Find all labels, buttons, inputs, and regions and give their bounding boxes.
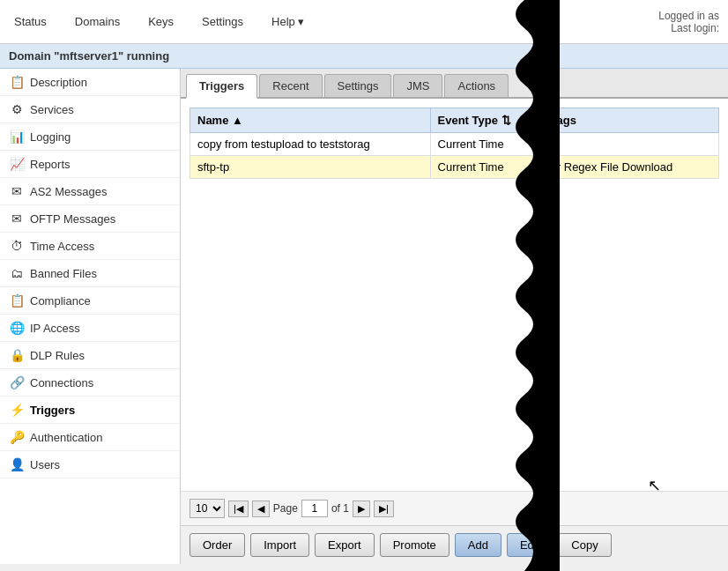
description-icon: 📋 — [9, 75, 25, 89]
nav-settings[interactable]: Settings — [197, 11, 249, 32]
sidebar-label-logging: Logging — [30, 130, 71, 144]
row2-event-type: Current Time — [430, 156, 543, 179]
sidebar-label-compliance: Compliance — [30, 294, 91, 308]
pagination-bar: 10 25 50 |◀ ◀ Page of 1 ▶ ▶| — [181, 491, 728, 525]
sidebar-item-authentication[interactable]: 🔑 Authentication — [0, 424, 180, 451]
services-icon: ⚙ — [9, 102, 25, 116]
domain-bar-text: Domain "mftserver1" running — [9, 49, 169, 63]
row2-name: sftp-tp — [190, 156, 431, 179]
sidebar-item-users[interactable]: 👤 Users — [0, 451, 180, 478]
row1-name: copy from testupload to teststorag — [190, 133, 431, 156]
users-icon: 👤 — [9, 457, 25, 471]
promote-button[interactable]: Promote — [380, 533, 449, 557]
ip-access-icon: 🌐 — [9, 321, 25, 335]
sidebar-item-triggers[interactable]: ⚡ Triggers — [0, 397, 180, 424]
dlp-icon: 🔒 — [9, 348, 25, 362]
sidebar-item-ip-access[interactable]: 🌐 IP Access — [0, 315, 180, 342]
sidebar-label-connections: Connections — [30, 376, 93, 389]
add-button[interactable]: Add — [455, 533, 501, 557]
per-page-select[interactable]: 10 25 50 — [189, 499, 225, 518]
import-button[interactable]: Import — [250, 533, 309, 557]
logged-in-label: Logged in as — [658, 10, 719, 22]
domain-bar: Domain "mftserver1" running — [0, 44, 728, 69]
sidebar-label-services: Services — [30, 103, 74, 116]
tab-triggers[interactable]: Triggers — [186, 74, 257, 99]
row2-tags: er Regex File Download — [543, 156, 718, 179]
sidebar-item-reports[interactable]: 📈 Reports — [0, 151, 180, 178]
first-page-button[interactable]: |◀ — [228, 501, 249, 517]
nav-keys[interactable]: Keys — [143, 11, 179, 32]
tab-jms[interactable]: JMS — [393, 74, 442, 97]
compliance-icon: 📋 — [9, 293, 25, 308]
sidebar-label-authentication: Authentication — [30, 431, 102, 444]
export-button[interactable]: Export — [315, 533, 375, 557]
sidebar-label-ip-access: IP Access — [30, 322, 80, 335]
authentication-icon: 🔑 — [9, 430, 25, 444]
page-input[interactable] — [301, 500, 328, 517]
edit-button[interactable]: Edit — [507, 533, 553, 557]
col-header-name[interactable]: Name ▲ — [190, 108, 431, 133]
sidebar-item-banned-files[interactable]: 🗂 Banned Files — [0, 260, 180, 287]
sidebar-item-description[interactable]: 📋 Description — [0, 69, 180, 96]
tab-settings[interactable]: Settings — [324, 74, 392, 97]
table-area: Name ▲ Event Type ⇅ Tags copy from testu… — [181, 99, 728, 491]
sidebar-label-description: Description — [30, 76, 87, 89]
sidebar-item-services[interactable]: ⚙ Services — [0, 96, 180, 123]
oftp-icon: ✉ — [9, 211, 25, 226]
col-header-tags[interactable]: Tags — [543, 108, 718, 133]
login-info: Logged in as Last login: — [658, 10, 719, 34]
triggers-table: Name ▲ Event Type ⇅ Tags copy from testu… — [189, 108, 719, 179]
sidebar-item-connections[interactable]: 🔗 Connections — [0, 369, 180, 397]
sidebar-item-oftp-messages[interactable]: ✉ OFTP Messages — [0, 205, 180, 233]
of-pages-label: of 1 — [331, 502, 349, 515]
sidebar-label-time-access: Time Access — [30, 240, 94, 253]
sidebar-label-as2: AS2 Messages — [30, 185, 107, 198]
sidebar-label-users: Users — [30, 458, 60, 471]
tab-recent[interactable]: Recent — [259, 74, 322, 97]
prev-page-button[interactable]: ◀ — [252, 501, 270, 517]
last-login-label: Last login: — [658, 22, 719, 34]
top-navigation: Status Domains Keys Settings Help ▾ Logg… — [0, 0, 728, 44]
connections-icon: 🔗 — [9, 375, 25, 389]
nav-domains[interactable]: Domains — [70, 11, 125, 32]
main-layout: 📋 Description ⚙ Services 📊 Logging 📈 Rep… — [0, 69, 728, 564]
as2-icon: ✉ — [9, 184, 25, 198]
action-buttons: Order Import Export Promote Add Edit Cop… — [181, 525, 728, 564]
content-area: Triggers Recent Settings JMS Actions Nam… — [181, 69, 728, 564]
page-label: Page — [273, 502, 298, 515]
sidebar-label-reports: Reports — [30, 158, 71, 171]
tab-actions[interactable]: Actions — [444, 74, 509, 97]
time-access-icon: ⏱ — [9, 239, 25, 253]
sidebar-label-oftp: OFTP Messages — [30, 212, 115, 226]
row1-tags — [543, 133, 718, 156]
sidebar-label-dlp-rules: DLP Rules — [30, 349, 85, 362]
tabs-bar: Triggers Recent Settings JMS Actions — [181, 69, 728, 99]
sidebar-item-logging[interactable]: 📊 Logging — [0, 123, 180, 151]
banned-files-icon: 🗂 — [9, 266, 25, 280]
nav-status[interactable]: Status — [9, 11, 52, 32]
sidebar-label-triggers: Triggers — [30, 404, 75, 417]
sidebar-item-time-access[interactable]: ⏱ Time Access — [0, 233, 180, 260]
order-button[interactable]: Order — [189, 533, 245, 557]
row1-event-type: Current Time — [430, 133, 543, 156]
triggers-icon: ⚡ — [9, 403, 25, 417]
sidebar-label-banned-files: Banned Files — [30, 267, 97, 280]
sidebar-item-compliance[interactable]: 📋 Compliance — [0, 287, 180, 315]
table-row[interactable]: copy from testupload to teststorag Curre… — [190, 133, 719, 156]
nav-help[interactable]: Help ▾ — [266, 11, 309, 32]
sidebar-item-as2-messages[interactable]: ✉ AS2 Messages — [0, 178, 180, 205]
reports-icon: 📈 — [9, 157, 25, 171]
table-row[interactable]: sftp-tp Current Time er Regex File Downl… — [190, 156, 719, 179]
logging-icon: 📊 — [9, 130, 25, 144]
col-header-event-type[interactable]: Event Type ⇅ — [430, 108, 543, 133]
sidebar: 📋 Description ⚙ Services 📊 Logging 📈 Rep… — [0, 69, 181, 564]
sidebar-item-dlp-rules[interactable]: 🔒 DLP Rules — [0, 342, 180, 369]
copy-button[interactable]: Copy — [558, 533, 611, 557]
next-page-button[interactable]: ▶ — [353, 501, 370, 517]
last-page-button[interactable]: ▶| — [374, 501, 394, 517]
